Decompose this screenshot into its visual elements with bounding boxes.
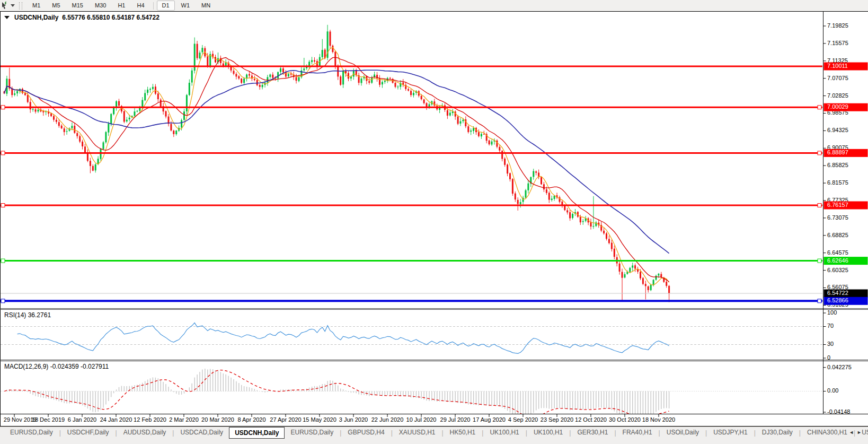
timeframe-button-mn[interactable]: MN <box>196 1 216 11</box>
chart-tab-usdchf-daily[interactable]: USDCHF,Daily <box>61 427 115 438</box>
chart-tab-usdcad-daily[interactable]: USDCAD,Daily <box>174 427 229 438</box>
hline-6.52866[interactable] <box>1 299 822 303</box>
macd-histogram <box>4 369 669 421</box>
timeframe-buttons: M1M5M15M30H1H4D1W1MN <box>26 1 216 11</box>
chart-tab-china300-h1[interactable]: CHINA300,H1 <box>801 427 853 438</box>
chart-tab-uk100-h1[interactable]: UK100,H1 <box>528 427 569 438</box>
price-tag-6.52866: 6.52866 <box>824 297 868 305</box>
price-tag-7.10011: 7.10011 <box>824 63 868 71</box>
svg-text:15 May 2020: 15 May 2020 <box>303 416 336 423</box>
svg-text:27 Apr 2020: 27 Apr 2020 <box>270 416 301 423</box>
svg-text:6.64575: 6.64575 <box>827 249 848 256</box>
svg-text:4 Sep 2020: 4 Sep 2020 <box>508 416 538 423</box>
rsi-indicator-label: RSI(14) 36.2761 <box>4 311 51 319</box>
rsi-axis-label: 100 <box>827 309 837 316</box>
svg-text:6.62646: 6.62646 <box>827 257 848 264</box>
price-tag-6.62646: 6.62646 <box>824 257 868 265</box>
chart-tab-eurusd-daily[interactable]: EURUSD,Daily <box>285 427 339 438</box>
timeframe-toolbar: M1M5M15M30H1H4D1W1MN <box>0 0 868 12</box>
svg-text:7.00029: 7.00029 <box>827 103 848 110</box>
chart-tab-fra40-h1[interactable]: FRA40,H1 <box>617 427 658 438</box>
svg-text:6.81575: 6.81575 <box>827 179 848 186</box>
timeframe-button-h4[interactable]: H4 <box>131 1 149 11</box>
toolbar-separator <box>153 2 154 10</box>
macd-axis-label: -0.04148 <box>827 408 850 415</box>
svg-text:8 Apr 2020: 8 Apr 2020 <box>237 416 265 423</box>
toolbar-grip[interactable] <box>19 2 22 10</box>
rsi-axis-label: 30 <box>827 341 834 347</box>
rsi-axis-label: 70 <box>827 323 834 329</box>
chart-tab-uk100-h1[interactable]: UK100,H1 <box>484 427 525 438</box>
chart-tab-hk50-h1[interactable]: HK50,H1 <box>444 427 482 438</box>
svg-text:6.52866: 6.52866 <box>827 297 848 303</box>
macd-axis-label: 0.00 <box>827 387 838 394</box>
chart-tab-ger30-h1[interactable]: GER30,H1 <box>571 427 614 438</box>
timeframe-button-m1[interactable]: M1 <box>27 1 46 11</box>
ma-13-line <box>4 57 669 282</box>
chart-tab-usdcnh-daily[interactable]: USDCNH,Daily <box>229 427 285 439</box>
svg-text:7.02825: 7.02825 <box>827 92 848 99</box>
ohlc-values: 6.55776 6.55810 6.54187 6.54722 <box>62 14 160 21</box>
chart-plot[interactable]: 7.198257.155757.113257.070757.028256.985… <box>0 11 868 426</box>
svg-text:6.88897: 6.88897 <box>827 149 848 155</box>
svg-text:7.19825: 7.19825 <box>827 22 848 29</box>
price-tag-6.54722: 6.54722 <box>824 290 868 298</box>
svg-text:12 Feb 2020: 12 Feb 2020 <box>134 416 166 423</box>
svg-text:29 Jul 2020: 29 Jul 2020 <box>440 416 471 423</box>
symbol-dropdown-icon[interactable] <box>4 16 10 19</box>
timeframe-button-w1[interactable]: W1 <box>176 1 196 11</box>
price-tag-6.88897: 6.88897 <box>824 149 868 157</box>
timeframe-button-d1[interactable]: D1 <box>157 1 175 11</box>
svg-text:6 Jan 2020: 6 Jan 2020 <box>68 416 96 423</box>
chart-tab-usdjpy-h1[interactable]: USDJPY,H1 <box>707 427 753 438</box>
timeframe-button-m5[interactable]: M5 <box>47 1 65 11</box>
svg-text:6.76157: 6.76157 <box>827 202 848 208</box>
tab-scroll-arrows[interactable]: ◄► <box>849 430 865 435</box>
chart-cursor-icon[interactable] <box>1 2 10 10</box>
chart-tab-usoil-daily[interactable]: USOil,Daily <box>661 427 705 438</box>
hline-7.00029[interactable] <box>1 106 822 109</box>
svg-text:18 Nov 2020: 18 Nov 2020 <box>642 416 675 423</box>
chart-tab-gbpusd-h4[interactable]: GBPUSD,H4 <box>342 427 390 438</box>
svg-text:23 Sep 2020: 23 Sep 2020 <box>541 416 573 423</box>
svg-text:6.94325: 6.94325 <box>827 127 848 133</box>
ma-40-line <box>4 70 669 253</box>
tab-scroll-left-icon[interactable]: ◄ <box>849 430 857 435</box>
hline-6.76157[interactable] <box>1 204 822 207</box>
hline-6.88897[interactable] <box>1 151 822 155</box>
chart-tabs: EURUSD,Daily|USDCHF,Daily|AUDUSD,Daily|U… <box>4 427 868 438</box>
svg-text:18 Dec 2019: 18 Dec 2019 <box>32 416 65 423</box>
svg-text:6.73075: 6.73075 <box>827 214 848 221</box>
ma-5-line <box>4 47 669 285</box>
rsi-axis-label: 0 <box>827 354 830 361</box>
timeframe-button-m30[interactable]: M30 <box>90 1 111 11</box>
svg-text:22 Jun 2020: 22 Jun 2020 <box>371 416 404 423</box>
rsi-line <box>17 323 669 354</box>
chart-tab-dj30-daily[interactable]: DJ30,Daily <box>756 427 799 438</box>
chart-window: 7.198257.155757.113257.070757.028256.985… <box>0 11 868 426</box>
timeframe-button-h1[interactable]: H1 <box>112 1 130 11</box>
svg-text:20 Mar 2020: 20 Mar 2020 <box>201 416 234 423</box>
svg-text:17 Aug 2020: 17 Aug 2020 <box>473 416 506 423</box>
chart-tab-xauusd-h1[interactable]: XAUUSD,H1 <box>393 427 441 438</box>
svg-text:10 Jul 2020: 10 Jul 2020 <box>406 416 437 423</box>
svg-text:7.10011: 7.10011 <box>827 63 848 69</box>
svg-text:3 Jun 2020: 3 Jun 2020 <box>339 416 368 423</box>
svg-text:7.07075: 7.07075 <box>827 75 848 81</box>
mt4-window: M1M5M15M30H1H4D1W1MN 7.198257.155757.113… <box>0 0 868 444</box>
svg-text:6.68825: 6.68825 <box>827 232 848 238</box>
hline-6.62646[interactable] <box>1 259 822 263</box>
price-tag-7.00029: 7.00029 <box>824 103 868 111</box>
svg-text:30 Oct 2020: 30 Oct 2020 <box>609 416 641 423</box>
svg-text:7.15575: 7.15575 <box>827 40 848 46</box>
macd-indicator-label: MACD(12,26,9) -0.024359 -0.027911 <box>4 363 109 370</box>
timeframe-button-m15[interactable]: M15 <box>67 1 88 11</box>
tab-scroll-right-icon[interactable]: ► <box>857 430 865 435</box>
chevron-down-icon[interactable] <box>11 4 15 7</box>
chart-tab-eurusd-daily[interactable]: EURUSD,Daily <box>4 427 59 438</box>
chart-tab-audusd-daily[interactable]: AUDUSD,Daily <box>118 427 172 438</box>
symbol-period-label: USDCNH,Daily <box>14 14 58 21</box>
chart-tab-bar: EURUSD,Daily|USDCHF,Daily|AUDUSD,Daily|U… <box>0 426 868 444</box>
chart-title: USDCNH,Daily 6.55776 6.55810 6.54187 6.5… <box>4 14 160 21</box>
svg-text:24 Jan 2020: 24 Jan 2020 <box>100 416 132 423</box>
